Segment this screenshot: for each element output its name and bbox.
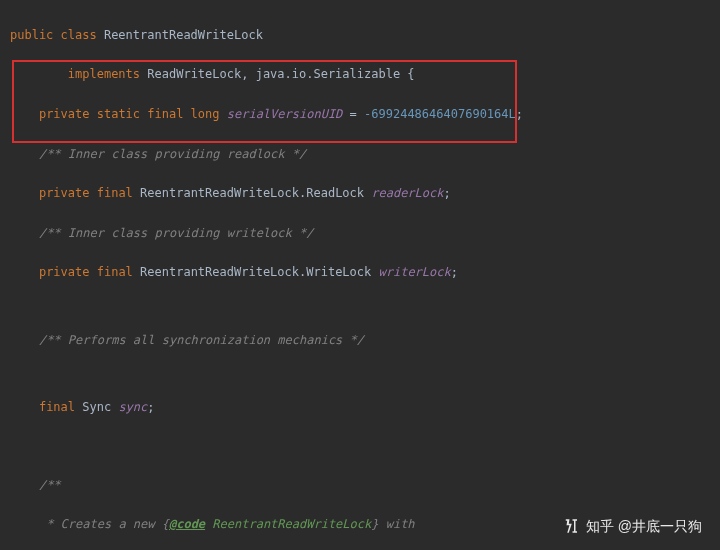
code-line: /** Inner class providing writelock */ xyxy=(10,224,720,244)
code-line: /** Performs all synchronization mechani… xyxy=(10,331,720,351)
code-line: final Sync sync; xyxy=(10,398,720,418)
code-line: implements ReadWriteLock, java.io.Serial… xyxy=(10,65,720,85)
code-line: /** xyxy=(10,476,720,496)
zhihu-icon xyxy=(562,517,580,535)
watermark: 知乎 @井底一只狗 xyxy=(562,515,702,538)
code-line: private final ReentrantReadWriteLock.Wri… xyxy=(10,263,720,283)
code-line: private static final long serialVersionU… xyxy=(10,105,720,125)
code-line: private final ReentrantReadWriteLock.Rea… xyxy=(10,184,720,204)
watermark-text: 知乎 @井底一只狗 xyxy=(586,515,702,538)
code-editor[interactable]: public class ReentrantReadWriteLock impl… xyxy=(10,6,720,550)
code-line: public class ReentrantReadWriteLock xyxy=(10,26,720,46)
code-line: /** Inner class providing readlock */ xyxy=(10,145,720,165)
